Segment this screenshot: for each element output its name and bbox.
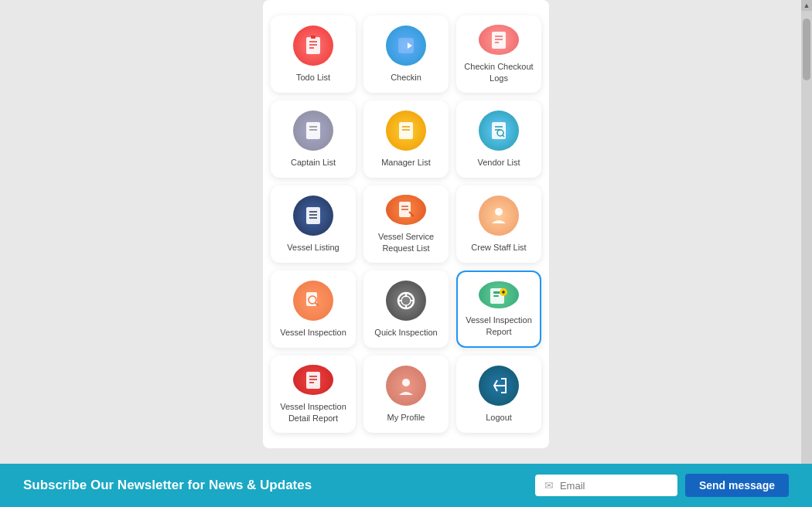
grid-item-captain-list[interactable]: Captain List — [271, 100, 356, 178]
send-message-button[interactable]: Send message — [685, 474, 789, 497]
grid-item-vessel-inspection[interactable]: Vessel Inspection — [271, 271, 356, 348]
app-grid: Todo ListCheckinCheckin Checkout LogsCap… — [263, 0, 549, 448]
svg-rect-43 — [493, 295, 499, 297]
vessel-listing-label: Vessel Listing — [287, 242, 339, 253]
svg-point-40 — [405, 294, 408, 297]
scrollbar-thumb[interactable] — [803, 19, 810, 80]
checkin-label: Checkin — [391, 72, 421, 83]
grid-item-checkin[interactable]: Checkin — [363, 15, 449, 93]
logout-label: Logout — [486, 412, 512, 423]
captain-list-label: Captain List — [291, 157, 336, 168]
main-content: Todo ListCheckinCheckin Checkout LogsCap… — [0, 0, 812, 464]
grid-item-vessel-service-request[interactable]: Vessel Service Request List — [363, 185, 449, 263]
vessel-inspection-report-label: Vessel Inspection Report — [464, 315, 534, 337]
newsletter-form: ✉ Send message — [535, 474, 789, 497]
footer: Subscribe Our Newsletter for News & Upda… — [0, 464, 812, 507]
scroll-up-arrow[interactable]: ▲ — [801, 0, 812, 11]
grid-item-quick-inspection[interactable]: Quick Inspection — [363, 271, 449, 348]
vessel-inspection-report-icon — [479, 281, 519, 308]
grid-item-my-profile[interactable]: My Profile — [363, 356, 449, 433]
captain-list-icon — [293, 111, 333, 151]
checkin-checkout-logs-icon — [479, 25, 519, 55]
vessel-service-request-label: Vessel Service Request List — [370, 231, 442, 254]
email-input[interactable] — [560, 480, 668, 492]
todo-list-icon — [293, 26, 333, 66]
newsletter-text: Subscribe Our Newsletter for News & Upda… — [23, 478, 535, 493]
vessel-inspection-icon — [293, 281, 333, 321]
grid-item-todo-list[interactable]: Todo List — [271, 15, 356, 93]
scrollbar[interactable]: ▲ — [801, 0, 812, 464]
svg-point-30 — [495, 208, 503, 216]
quick-inspection-label: Quick Inspection — [374, 327, 437, 338]
vessel-listing-icon — [293, 196, 333, 236]
grid-item-manager-list[interactable]: Manager List — [363, 100, 449, 178]
svg-rect-22 — [306, 207, 320, 224]
grid-item-vendor-list[interactable]: Vendor List — [456, 100, 541, 178]
checkin-icon — [386, 26, 426, 66]
my-profile-icon — [386, 366, 426, 406]
email-icon: ✉ — [544, 479, 554, 492]
grid-item-vessel-inspection-report[interactable]: Vessel Inspection Report — [456, 271, 541, 348]
todo-list-label: Todo List — [296, 72, 330, 83]
vessel-service-request-icon — [386, 195, 426, 225]
quick-inspection-icon — [386, 281, 426, 321]
grid-item-checkin-checkout-logs[interactable]: Checkin Checkout Logs — [456, 15, 541, 93]
svg-rect-47 — [306, 372, 320, 389]
manager-list-label: Manager List — [381, 157, 431, 168]
svg-point-51 — [402, 379, 410, 386]
svg-rect-4 — [311, 36, 316, 39]
vessel-inspection-label: Vessel Inspection — [280, 327, 346, 338]
vendor-list-icon — [479, 111, 519, 151]
grid-item-vessel-listing[interactable]: Vessel Listing — [271, 185, 356, 263]
logout-icon — [479, 366, 519, 406]
manager-list-icon — [386, 111, 426, 151]
grid-item-vessel-inspection-detail-report[interactable]: Vessel Inspection Detail Report — [271, 356, 356, 433]
vessel-inspection-detail-report-icon — [293, 365, 333, 395]
my-profile-label: My Profile — [387, 412, 425, 423]
email-input-wrap: ✉ — [535, 475, 677, 496]
grid-item-logout[interactable]: Logout — [456, 356, 541, 433]
vendor-list-label: Vendor List — [477, 157, 520, 168]
svg-rect-7 — [492, 32, 506, 49]
vessel-inspection-detail-report-label: Vessel Inspection Detail Report — [277, 401, 350, 424]
svg-rect-11 — [306, 122, 320, 139]
crew-staff-list-icon — [479, 196, 519, 236]
crew-staff-list-label: Crew Staff List — [471, 242, 526, 253]
grid-item-crew-staff-list[interactable]: Crew Staff List — [456, 185, 541, 263]
svg-rect-14 — [399, 122, 413, 139]
svg-rect-0 — [306, 37, 320, 54]
checkin-checkout-logs-label: Checkin Checkout Logs — [462, 61, 535, 83]
svg-point-35 — [401, 296, 411, 305]
